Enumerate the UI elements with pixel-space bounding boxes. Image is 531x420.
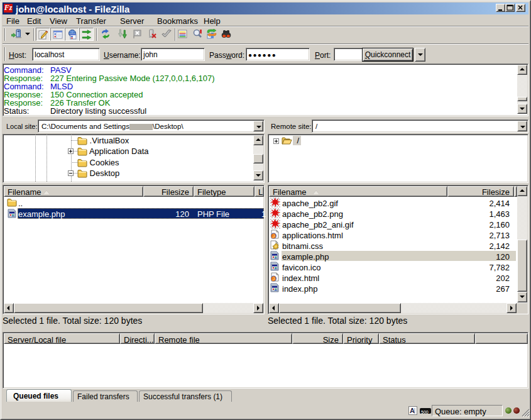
svg-text:A: A [410, 407, 415, 414]
svg-text:500: 500 [421, 410, 429, 414]
